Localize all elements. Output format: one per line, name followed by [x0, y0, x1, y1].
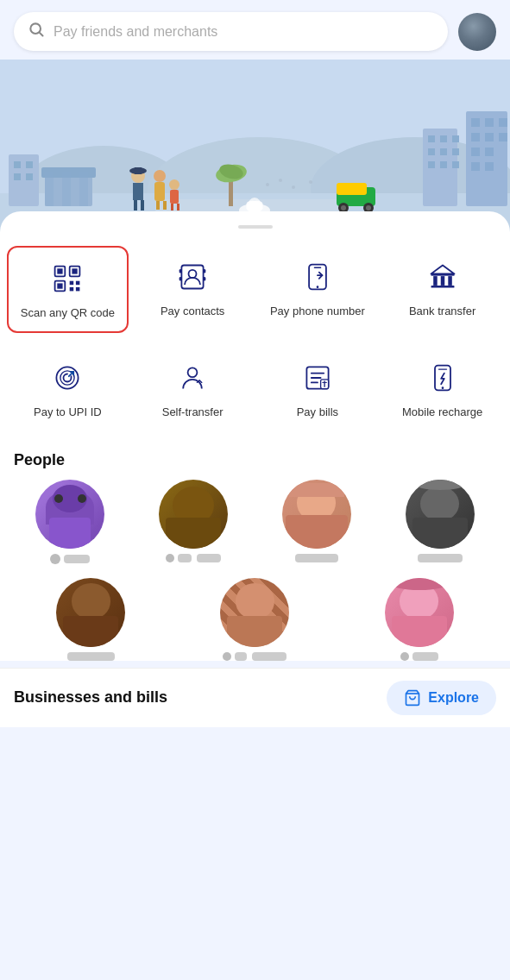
svg-point-24 [154, 170, 166, 182]
svg-point-87 [317, 286, 319, 288]
svg-rect-22 [134, 200, 137, 210]
person-item-7[interactable] [343, 578, 496, 661]
pay-phone-label: Pay phone number [270, 305, 365, 319]
action-pay-upi[interactable]: Pay to UPI ID [7, 347, 129, 430]
search-icon [28, 21, 45, 42]
hero-svg [0, 60, 510, 232]
person-item-1[interactable] [14, 480, 127, 564]
person-item-6[interactable] [178, 578, 331, 661]
person-name-1 [50, 554, 90, 564]
bank-transfer-icon [422, 256, 463, 298]
svg-line-1 [40, 33, 43, 36]
svg-rect-29 [170, 190, 179, 204]
person-item-2[interactable] [137, 480, 250, 564]
pay-upi-label: Pay to UPI ID [34, 405, 102, 420]
svg-point-35 [341, 205, 346, 210]
person-name-3 [295, 554, 338, 562]
svg-rect-52 [471, 133, 480, 141]
explore-label: Explore [428, 690, 479, 706]
svg-rect-76 [70, 281, 74, 286]
search-placeholder-text: Pay friends and merchants [54, 24, 217, 40]
svg-point-81 [189, 270, 197, 278]
action-self-transfer[interactable]: Self-transfer [132, 347, 254, 430]
person-avatar-6 [220, 578, 289, 647]
svg-rect-54 [499, 133, 507, 141]
svg-rect-10 [26, 161, 33, 168]
svg-rect-19 [133, 183, 143, 200]
svg-rect-55 [471, 148, 480, 156]
action-bank-transfer[interactable]: Bank transfer [381, 246, 503, 333]
svg-point-94 [57, 367, 79, 388]
person-item-4[interactable] [383, 480, 496, 564]
svg-rect-53 [485, 133, 494, 141]
svg-rect-84 [204, 269, 206, 273]
svg-rect-30 [171, 204, 173, 210]
svg-point-63 [279, 179, 282, 182]
svg-point-96 [188, 368, 198, 377]
person-item-5[interactable] [14, 578, 167, 661]
svg-rect-21 [135, 167, 142, 174]
svg-rect-41 [452, 135, 459, 142]
svg-rect-83 [179, 277, 182, 281]
svg-point-106 [441, 386, 444, 389]
svg-rect-46 [440, 161, 447, 168]
scan-qr-label: Scan any QR code [21, 306, 115, 321]
svg-rect-39 [428, 135, 435, 142]
person-name-5 [67, 652, 115, 661]
action-scan-qr[interactable]: Scan any QR code [7, 246, 129, 333]
scan-qr-icon [47, 258, 88, 299]
mobile-recharge-icon [422, 357, 463, 399]
svg-rect-33 [337, 183, 367, 195]
search-bar[interactable]: Pay friends and merchants [14, 12, 448, 51]
svg-rect-31 [177, 204, 179, 210]
actions-grid-row1: Scan any QR code Pay contacts [0, 246, 510, 333]
action-mobile-recharge[interactable]: Mobile recharge [381, 347, 503, 430]
svg-rect-15 [45, 172, 54, 206]
action-pay-phone[interactable]: Pay phone number [257, 246, 379, 333]
bank-transfer-label: Bank transfer [409, 305, 475, 319]
svg-rect-51 [499, 118, 507, 127]
action-pay-contacts[interactable]: Pay contacts [132, 246, 254, 333]
svg-rect-50 [485, 118, 494, 127]
svg-rect-86 [309, 265, 326, 290]
svg-rect-9 [14, 161, 21, 168]
people-grid [0, 480, 510, 564]
svg-rect-47 [452, 161, 459, 168]
svg-rect-17 [79, 172, 88, 206]
svg-rect-23 [141, 200, 144, 210]
svg-rect-78 [70, 287, 74, 292]
pay-bills-icon [297, 357, 338, 399]
svg-rect-49 [471, 118, 480, 127]
person-name-7 [400, 652, 438, 661]
pay-phone-icon [297, 256, 338, 298]
svg-rect-56 [485, 148, 494, 156]
bottom-bar: Businesses and bills Explore [0, 668, 510, 727]
businesses-section-title: Businesses and bills [14, 688, 167, 707]
explore-button[interactable]: Explore [387, 681, 496, 715]
avatar-image [458, 13, 496, 51]
person-name-4 [418, 554, 463, 562]
svg-rect-57 [471, 162, 480, 171]
action-pay-bills[interactable]: Pay bills [257, 347, 379, 430]
svg-rect-44 [452, 148, 459, 155]
svg-rect-11 [14, 173, 21, 180]
drag-handle [238, 225, 273, 229]
svg-rect-12 [26, 173, 33, 180]
svg-marker-88 [431, 266, 454, 274]
person-item-3[interactable] [261, 480, 374, 564]
svg-rect-90 [433, 276, 438, 286]
svg-rect-82 [179, 269, 182, 273]
svg-rect-89 [431, 273, 454, 275]
svg-rect-85 [204, 277, 206, 281]
svg-rect-73 [72, 268, 78, 273]
svg-point-28 [169, 179, 179, 190]
svg-rect-26 [156, 201, 160, 210]
svg-point-64 [292, 185, 295, 189]
svg-rect-77 [76, 281, 80, 286]
svg-point-62 [266, 183, 269, 186]
explore-bag-icon [404, 689, 421, 707]
mobile-recharge-label: Mobile recharge [402, 405, 482, 420]
person-avatar-4 [406, 480, 475, 549]
people-section: People [0, 444, 510, 661]
user-avatar[interactable] [458, 13, 496, 51]
